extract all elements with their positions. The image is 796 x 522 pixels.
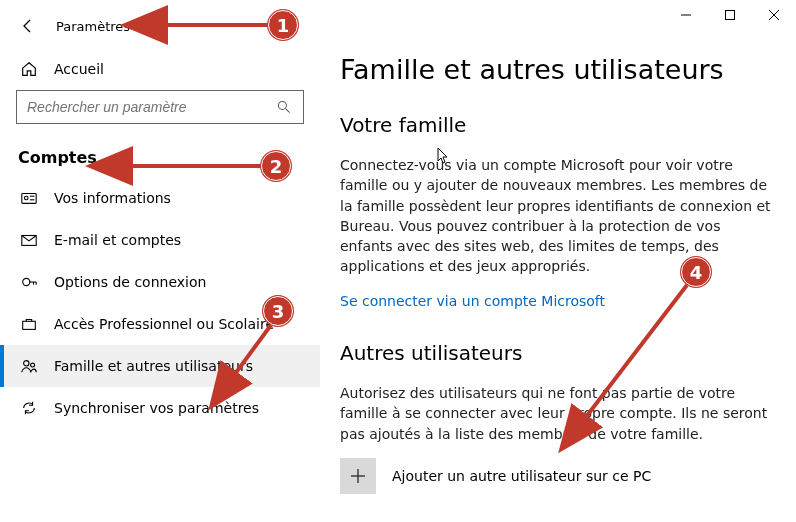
callout-badge-3: 3 xyxy=(263,296,293,326)
sidebar-home-label: Accueil xyxy=(54,61,104,77)
sync-icon xyxy=(20,399,38,417)
maximize-button[interactable] xyxy=(708,0,752,30)
svg-line-1 xyxy=(286,109,290,113)
svg-rect-15 xyxy=(726,11,735,20)
search-box[interactable] xyxy=(16,90,304,124)
page-title: Famille et autres utilisateurs xyxy=(340,54,771,85)
add-other-user-label: Ajouter un autre utilisateur sur ce PC xyxy=(392,468,651,484)
family-section-title: Votre famille xyxy=(340,113,771,137)
home-icon xyxy=(20,60,38,78)
plus-icon xyxy=(340,458,376,494)
add-other-user-button[interactable]: Ajouter un autre utilisateur sur ce PC xyxy=(340,458,771,494)
mail-icon xyxy=(20,231,38,249)
family-section-body: Connectez-vous via un compte Microsoft p… xyxy=(340,155,771,277)
sidebar-home[interactable]: Accueil xyxy=(0,48,320,90)
sidebar-item-email-accounts[interactable]: E-mail et comptes xyxy=(0,219,320,261)
key-icon xyxy=(20,273,38,291)
search-input[interactable] xyxy=(27,99,267,115)
callout-badge-4: 4 xyxy=(681,257,711,287)
svg-rect-11 xyxy=(23,321,36,329)
id-card-icon xyxy=(20,189,38,207)
settings-sidebar: Paramètres Accueil Comptes Vos informati… xyxy=(0,0,320,522)
svg-point-13 xyxy=(31,363,35,367)
svg-point-3 xyxy=(25,196,29,200)
search-icon xyxy=(275,98,293,116)
minimize-button[interactable] xyxy=(664,0,708,30)
callout-badge-2: 2 xyxy=(261,151,291,181)
settings-main-panel: Famille et autres utilisateurs Votre fam… xyxy=(320,0,796,522)
people-icon xyxy=(20,357,38,375)
sidebar-item-label: Famille et autres utilisateurs xyxy=(54,358,253,374)
sidebar-item-label: Synchroniser vos paramètres xyxy=(54,400,259,416)
briefcase-icon xyxy=(20,315,38,333)
others-section-body: Autorisez des utilisateurs qui ne font p… xyxy=(340,383,771,444)
signin-microsoft-link[interactable]: Se connecter via un compte Microsoft xyxy=(340,293,605,309)
close-button[interactable] xyxy=(752,0,796,30)
sidebar-item-sync[interactable]: Synchroniser vos paramètres xyxy=(0,387,320,429)
back-icon[interactable] xyxy=(20,18,36,34)
callout-badge-1: 1 xyxy=(268,10,298,40)
svg-point-12 xyxy=(24,361,29,366)
svg-rect-2 xyxy=(22,194,36,204)
sidebar-item-your-info[interactable]: Vos informations xyxy=(0,177,320,219)
sidebar-item-label: Options de connexion xyxy=(54,274,206,290)
svg-point-0 xyxy=(278,101,286,109)
sidebar-item-label: Accès Professionnel ou Scolaire xyxy=(54,316,274,332)
sidebar-item-label: E-mail et comptes xyxy=(54,232,181,248)
window-title: Paramètres xyxy=(56,19,130,34)
sidebar-item-family-users[interactable]: Famille et autres utilisateurs xyxy=(0,345,320,387)
others-section-title: Autres utilisateurs xyxy=(340,341,771,365)
sidebar-item-label: Vos informations xyxy=(54,190,171,206)
svg-point-7 xyxy=(23,278,30,285)
